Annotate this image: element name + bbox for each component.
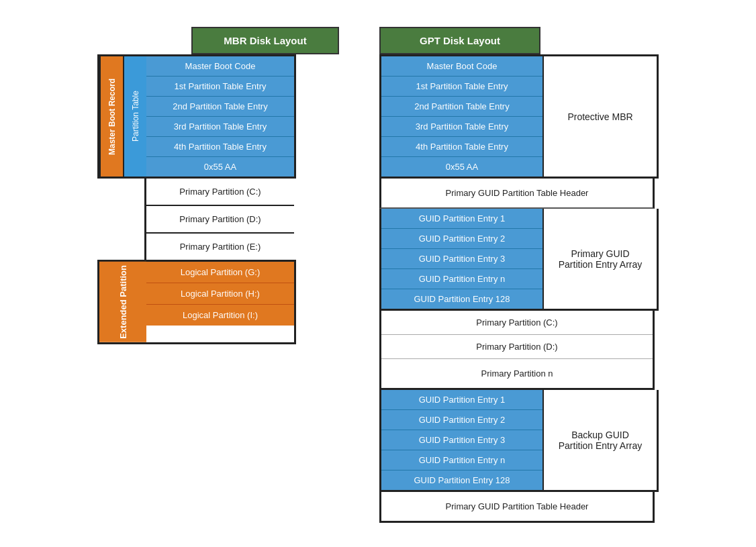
gpt-protective-left: Master Boot Code 1st Partition Table Ent…	[381, 56, 542, 177]
mbr-side-labels: Master Boot Record Partition Table	[99, 56, 146, 177]
gpt-guid-entry-3: GUID Partition Entry 3	[381, 249, 542, 269]
gpt-primary-guid-label: Primary GUID Partition Entry Array	[542, 209, 657, 309]
mbr-row-4th: 4th Partition Table Entry	[146, 137, 294, 157]
gpt-row-1st: 1st Partition Table Entry	[381, 77, 542, 97]
mbr-row-2nd: 2nd Partition Table Entry	[146, 97, 294, 117]
mbr-label-partition: Partition Table	[123, 56, 146, 177]
mbr-title: MBR Disk Layout	[191, 27, 339, 54]
mbr-row-signature: 0x55 AA	[146, 157, 294, 177]
mbr-partitions: Primary Partition (C:) Primary Partition…	[144, 179, 292, 260]
gpt-backup-left: GUID Partition Entry 1 GUID Partition En…	[381, 390, 542, 490]
gpt-guid-entry-128: GUID Partition Entry 128	[381, 289, 542, 309]
gpt-backup-guid-label: Backup GUID Partition Entry Array	[542, 390, 657, 490]
logical-row-g: Logical Partition (G:)	[146, 262, 294, 283]
gpt-backup-entry-n: GUID Partition Entry n	[381, 450, 542, 470]
gpt-backup-entry-2: GUID Partition Entry 2	[381, 410, 542, 430]
gpt-guid-entry-2: GUID Partition Entry 2	[381, 229, 542, 249]
diagrams-container: MBR Disk Layout Master Boot Record Parti…	[20, 20, 736, 523]
gpt-primary-guid-section: GUID Partition Entry 1 GUID Partition En…	[379, 209, 659, 311]
gpt-row-2nd: 2nd Partition Table Entry	[381, 97, 542, 117]
extended-section: Extended Patition Logical Partition (G:)…	[97, 260, 296, 344]
logical-partitions: Logical Partition (G:) Logical Partition…	[146, 262, 294, 342]
gpt-guid-left: GUID Partition Entry 1 GUID Partition En…	[381, 209, 542, 309]
gpt-backup-entry-1: GUID Partition Entry 1	[381, 390, 542, 410]
logical-row-h: Logical Partition (H:)	[146, 283, 294, 305]
mbr-diagram: MBR Disk Layout Master Boot Record Parti…	[97, 27, 339, 344]
gpt-protective-mbr-label: Protective MBR	[542, 56, 657, 177]
extended-label: Extended Patition	[99, 262, 146, 342]
mbr-main-box: Master Boot Record Partition Table Maste…	[97, 54, 296, 179]
gpt-footer: Primary GUID Partition Table Header	[379, 492, 655, 523]
gpt-guid-entry-1: GUID Partition Entry 1	[381, 209, 542, 229]
gpt-guid-entry-n: GUID Partition Entry n	[381, 269, 542, 289]
gpt-footer-text: Primary GUID Partition Table Header	[381, 492, 653, 521]
gpt-row-4th: 4th Partition Table Entry	[381, 137, 542, 157]
mbr-partition-c: Primary Partition (C:)	[146, 179, 294, 206]
gpt-row-3rd: 3rd Partition Table Entry	[381, 117, 542, 137]
gpt-guid-header: Primary GUID Partition Table Header	[379, 179, 655, 209]
mbr-row-3rd: 3rd Partition Table Entry	[146, 117, 294, 137]
gpt-partition-c: Primary Partition (C:)	[381, 311, 653, 335]
gpt-partition-d: Primary Partition (D:)	[381, 335, 653, 359]
gpt-protective-mbr-section: Master Boot Code 1st Partition Table Ent…	[379, 54, 659, 179]
gpt-title: GPT Disk Layout	[379, 27, 540, 54]
logical-row-i: Logical Partition (I:)	[146, 305, 294, 326]
mbr-row-master-boot: Master Boot Code	[146, 56, 294, 77]
gpt-row-master-boot: Master Boot Code	[381, 56, 542, 77]
gpt-backup-entry-3: GUID Partition Entry 3	[381, 430, 542, 450]
gpt-middle-partitions: Primary Partition (C:) Primary Partition…	[379, 311, 655, 390]
mbr-label-master: Master Boot Record	[99, 56, 123, 177]
mbr-partition-e: Primary Partition (E:)	[146, 234, 294, 260]
gpt-partition-n: Primary Partition n	[381, 359, 653, 388]
gpt-backup-section: GUID Partition Entry 1 GUID Partition En…	[379, 390, 659, 492]
gpt-row-signature: 0x55 AA	[381, 157, 542, 177]
gpt-diagram: GPT Disk Layout Master Boot Code 1st Par…	[379, 27, 659, 523]
mbr-row-1st: 1st Partition Table Entry	[146, 77, 294, 97]
mbr-entries: Master Boot Code 1st Partition Table Ent…	[146, 56, 294, 177]
mbr-partition-d: Primary Partition (D:)	[146, 206, 294, 234]
gpt-backup-entry-128: GUID Partition Entry 128	[381, 470, 542, 490]
gpt-guid-header-text: Primary GUID Partition Table Header	[381, 179, 653, 207]
